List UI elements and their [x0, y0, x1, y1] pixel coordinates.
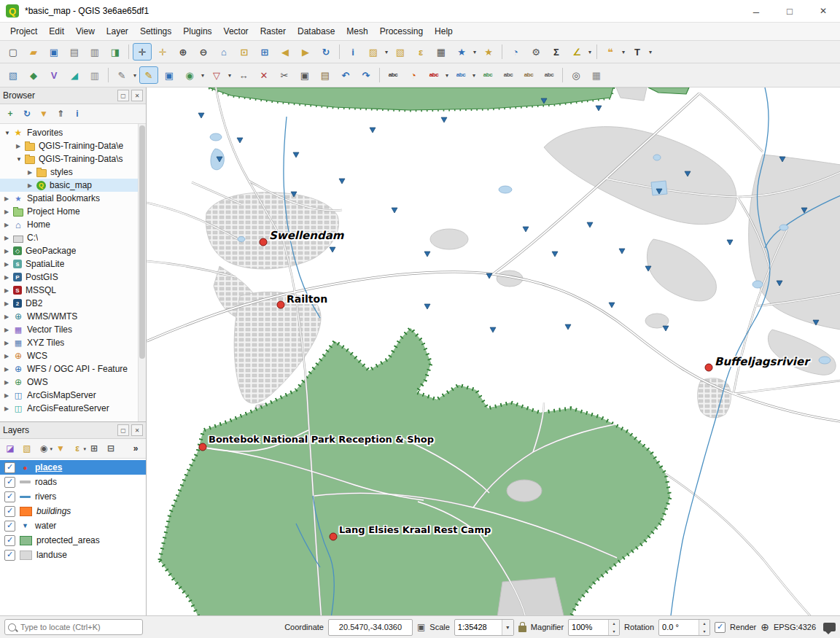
scale-dropdown-icon[interactable]: ▾ — [502, 620, 513, 635]
magnifier-spinner[interactable]: ▴▾ — [568, 619, 620, 636]
browser-item[interactable]: Favorites — [0, 126, 146, 139]
expand-arrow-icon[interactable] — [16, 156, 25, 163]
layer-checkbox[interactable] — [4, 535, 15, 546]
save-project-button[interactable]: ▣ — [44, 43, 63, 61]
browser-item[interactable]: Project Home — [0, 205, 146, 218]
statistics-button[interactable]: Σ — [547, 43, 566, 61]
show-layout-manager-button[interactable]: ▥ — [85, 43, 104, 61]
browser-item[interactable]: Spatial Bookmarks — [0, 192, 146, 205]
layers-float-button[interactable] — [117, 424, 129, 436]
open-project-button[interactable]: ▰ — [24, 43, 43, 61]
add-group-button[interactable]: ▧ — [19, 440, 35, 456]
layers-close-button[interactable] — [131, 424, 143, 436]
layer-checkbox[interactable] — [4, 491, 15, 502]
layer-item[interactable]: rivers — [0, 489, 146, 504]
expand-arrow-icon[interactable] — [4, 327, 13, 333]
copy-features-button[interactable]: ▣ — [295, 66, 314, 84]
layer-item[interactable]: places — [0, 460, 146, 475]
layer-diagram-button[interactable]: ◔ — [404, 66, 423, 84]
menu-item[interactable]: Settings — [134, 24, 177, 39]
layer-styling-button[interactable]: ◪ — [2, 440, 18, 456]
menu-item[interactable]: Vector — [218, 24, 254, 39]
select-features-button[interactable]: ▨ — [364, 43, 389, 61]
zoom-to-layer-button[interactable]: ⊞ — [255, 43, 274, 61]
new-spatialite-layer-button[interactable]: ◢ — [65, 66, 84, 84]
messages-icon[interactable] — [823, 623, 836, 631]
expand-arrow-icon[interactable] — [28, 182, 36, 189]
browser-item[interactable]: QGIS-Training-Data\e — [0, 139, 146, 152]
spinner-arrows-icon[interactable]: ▴▾ — [699, 620, 709, 635]
map-canvas[interactable]: Swellendam Railton Buffeljagsrivier Bont… — [147, 87, 840, 615]
expand-arrow-icon[interactable] — [4, 248, 13, 254]
spinner-arrows-icon[interactable]: ▴▾ — [608, 620, 619, 635]
properties-button[interactable]: i — [69, 106, 85, 122]
layer-checkbox[interactable] — [4, 462, 15, 473]
locate-input[interactable] — [19, 622, 124, 632]
expand-arrow-icon[interactable] — [16, 143, 25, 149]
expand-arrow-icon[interactable] — [4, 392, 13, 399]
menu-item[interactable]: Database — [292, 24, 341, 39]
expand-arrow-icon[interactable] — [4, 130, 13, 136]
identify-features-button[interactable]: i — [343, 43, 362, 61]
lock-icon[interactable] — [518, 626, 526, 632]
pin-unpin-labels-button[interactable]: abc — [451, 66, 477, 84]
rotate-label-button[interactable]: abc — [519, 66, 538, 84]
browser-item[interactable]: XYZ Tiles — [0, 336, 146, 349]
toggle-editing-button[interactable]: ✎ — [139, 66, 158, 84]
scale-input[interactable] — [455, 622, 502, 632]
browser-item[interactable]: GeoPackage — [0, 244, 146, 257]
filter-legend-button[interactable]: ▼ — [52, 440, 69, 456]
browser-close-button[interactable] — [131, 90, 143, 101]
zoom-full-button[interactable]: ⌂ — [214, 43, 233, 61]
place-search-button[interactable]: ◎ — [567, 66, 586, 84]
scale-combo[interactable]: ▾ — [454, 619, 514, 636]
coordinate-input[interactable] — [328, 619, 413, 636]
layer-item[interactable]: roads — [0, 475, 146, 489]
expand-arrow-icon[interactable] — [4, 379, 13, 386]
render-checkbox[interactable] — [715, 622, 726, 633]
style-manager-button[interactable]: ◨ — [106, 43, 125, 61]
expand-arrow-icon[interactable] — [4, 353, 13, 359]
layer-checkbox[interactable] — [4, 521, 15, 532]
move-label-button[interactable]: abc — [499, 66, 518, 84]
current-edits-button[interactable]: ✎ — [112, 66, 138, 84]
rotation-spinner[interactable]: ▴▾ — [658, 619, 710, 636]
browser-item[interactable]: PostGIS — [0, 271, 146, 284]
layer-labeling-button[interactable]: abc — [384, 66, 402, 84]
paste-features-button[interactable]: ▤ — [316, 66, 335, 84]
zoom-last-button[interactable]: ◀ — [276, 43, 295, 61]
browser-item[interactable]: SpatiaLite — [0, 257, 146, 271]
expand-arrow-icon[interactable] — [4, 314, 13, 320]
browser-item[interactable]: Vector Tiles — [0, 323, 146, 336]
browser-item[interactable]: WCS — [0, 349, 146, 362]
maximize-button[interactable] — [773, 0, 806, 22]
crs-label[interactable]: EPSG:4326 — [774, 623, 816, 631]
add-selected-layers-button[interactable]: + — [2, 106, 18, 122]
layer-item[interactable]: water — [0, 518, 146, 533]
new-annotation-button[interactable]: ❝ — [601, 43, 626, 61]
minimize-button[interactable] — [739, 0, 773, 22]
expand-arrow-icon[interactable] — [4, 209, 13, 215]
new-virtual-layer-button[interactable]: ▥ — [85, 66, 104, 84]
deselect-features-button[interactable]: ▧ — [391, 43, 410, 61]
browser-item[interactable]: DB2 — [0, 297, 146, 310]
show-hide-labels-button[interactable]: abc — [424, 66, 450, 84]
undo-button[interactable]: ↶ — [336, 66, 355, 84]
extents-icon[interactable]: ▣ — [417, 623, 425, 631]
new-shapefile-layer-button[interactable]: V — [44, 66, 63, 84]
menu-item[interactable]: Plugins — [177, 24, 217, 39]
filter-browser-button[interactable]: ▼ — [36, 106, 52, 122]
expand-arrow-icon[interactable] — [4, 235, 13, 241]
highlight-pinned-labels-button[interactable]: abc — [478, 66, 497, 84]
grid-button[interactable]: ▦ — [587, 66, 606, 84]
redo-button[interactable]: ↷ — [357, 66, 376, 84]
close-button[interactable] — [806, 0, 840, 22]
zoom-to-selection-button[interactable]: ⊡ — [235, 43, 254, 61]
delete-selected-button[interactable]: ✕ — [254, 66, 273, 84]
refresh-browser-button[interactable]: ↻ — [19, 106, 35, 122]
menu-item[interactable]: Processing — [374, 24, 429, 39]
browser-item[interactable]: MSSQL — [0, 284, 146, 297]
layer-checkbox[interactable] — [4, 477, 15, 488]
browser-item[interactable]: basic_map — [0, 179, 146, 192]
vertex-tool-button[interactable]: ▽ — [207, 66, 233, 84]
